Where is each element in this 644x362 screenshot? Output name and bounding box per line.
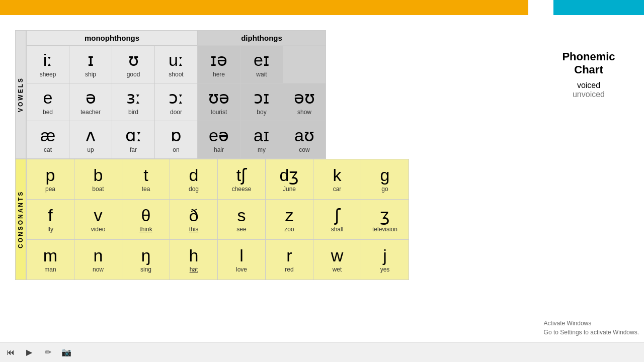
- cons-cell-fly: f fly: [27, 200, 74, 240]
- diph-header: diphthongs: [198, 31, 326, 46]
- cons-cell-pea: p pea: [27, 159, 74, 200]
- vowel-cell-far: ɑː far: [112, 121, 155, 159]
- diph-cell-empty1: [283, 46, 326, 83]
- cons-cell-man: m man: [27, 240, 74, 280]
- diph-cell-here: ɪə here: [198, 46, 240, 83]
- cons-row-3: m man n now ŋ sing h hat: [27, 240, 409, 280]
- toolbar-icon-play[interactable]: ▶: [24, 347, 35, 358]
- diph-cell-wait: eɪ wait: [240, 46, 283, 83]
- diph-cell-tourist: ʊə tourist: [198, 83, 240, 121]
- vowel-cell-good: ʊ good: [112, 46, 155, 83]
- activate-line2: Go to Settings to activate Windows.: [544, 328, 639, 337]
- toolbar-icon-edit[interactable]: ✏: [42, 347, 53, 358]
- chart-label: PhonemicChart voiced unvoiced: [548, 50, 629, 99]
- vowel-row-3: æ cat ʌ up ɑː far ɒ on: [27, 121, 326, 159]
- consonants-table: p pea b boat t tea d dog: [26, 159, 409, 280]
- cons-cell-go: g go: [361, 159, 409, 200]
- toolbar-icon-back[interactable]: ⏮: [5, 347, 16, 358]
- cons-cell-shall: ʃ shall: [313, 200, 361, 240]
- cons-cell-red: r red: [266, 240, 313, 280]
- vowel-cell-shoot: uː shoot: [155, 46, 198, 83]
- bottom-toolbar: ⏮ ▶ ✏ 📷: [0, 342, 644, 362]
- top-bar-blue: [553, 0, 644, 15]
- consonants-side-label: CONSONANTS: [15, 159, 26, 280]
- vowels-section: VOWELS monophthongs diphthongs iː sheep: [15, 30, 409, 159]
- cons-cell-love: l love: [218, 240, 266, 280]
- vowel-cell-sheep: iː sheep: [27, 46, 69, 83]
- consonants-section: CONSONANTS p pea b boat t: [15, 159, 409, 280]
- cons-cell-this: ð this: [170, 200, 218, 240]
- diph-cell-show: əʊ show: [283, 83, 326, 121]
- cons-cell-tea: t tea: [122, 159, 170, 200]
- diph-cell-boy: ɔɪ boy: [240, 83, 283, 121]
- cons-cell-hat: h hat: [170, 240, 218, 280]
- voiced-label: voiced: [548, 81, 629, 90]
- chart-title: PhonemicChart: [548, 50, 629, 77]
- windows-activate: Activate Windows Go to Settings to activ…: [544, 319, 639, 337]
- vowel-row-1: iː sheep ɪ ship ʊ good uː: [27, 46, 326, 83]
- activate-line1: Activate Windows: [544, 319, 639, 328]
- cons-cell-boat: b boat: [74, 159, 122, 200]
- vowel-cell-on: ɒ on: [155, 121, 198, 159]
- top-bar-orange: [0, 0, 528, 15]
- cons-cell-see: s see: [218, 200, 266, 240]
- chart-sections: VOWELS monophthongs diphthongs iː sheep: [15, 30, 409, 280]
- cons-cell-wet: w wet: [313, 240, 361, 280]
- vowel-cell-bird: ɜː bird: [112, 83, 155, 121]
- mono-header: monophthongs: [27, 31, 198, 46]
- unvoiced-label: unvoiced: [548, 90, 629, 99]
- cons-cell-june: dʒ June: [266, 159, 313, 200]
- diph-cell-cow: aʊ cow: [283, 121, 326, 159]
- main-chart: VOWELS monophthongs diphthongs iː sheep: [15, 30, 409, 280]
- cons-cell-car: k car: [313, 159, 361, 200]
- diph-cell-hair: eə hair: [198, 121, 240, 159]
- diph-cell-my: aɪ my: [240, 121, 283, 159]
- cons-cell-zoo: z zoo: [266, 200, 313, 240]
- cons-cell-now: n now: [74, 240, 122, 280]
- cons-cell-think: θ think: [122, 200, 170, 240]
- cons-cell-cheese: tʃ cheese: [218, 159, 266, 200]
- cons-cell-sing: ŋ sing: [122, 240, 170, 280]
- vowel-cell-bed: e bed: [27, 83, 69, 121]
- vowels-side-label: VOWELS: [15, 30, 26, 159]
- cons-cell-video: v video: [74, 200, 122, 240]
- toolbar-icon-camera[interactable]: 📷: [61, 347, 72, 358]
- cons-row-2: f fly v video θ think ð: [27, 200, 409, 240]
- vowel-row-2: e bed ə teacher ɜː bird ɔː: [27, 83, 326, 121]
- cons-row-1: p pea b boat t tea d dog: [27, 159, 409, 200]
- vowel-cell-door: ɔː door: [155, 83, 198, 121]
- vowel-cell-ship: ɪ ship: [69, 46, 112, 83]
- vowel-cell-teacher: ə teacher: [69, 83, 112, 121]
- cons-cell-television: ʒ television: [361, 200, 409, 240]
- vowels-table: monophthongs diphthongs iː sheep ɪ ship: [26, 30, 326, 159]
- vowel-cell-cat: æ cat: [27, 121, 69, 159]
- cons-cell-yes: j yes: [361, 240, 409, 280]
- vowel-cell-up: ʌ up: [69, 121, 112, 159]
- cons-cell-dog: d dog: [170, 159, 218, 200]
